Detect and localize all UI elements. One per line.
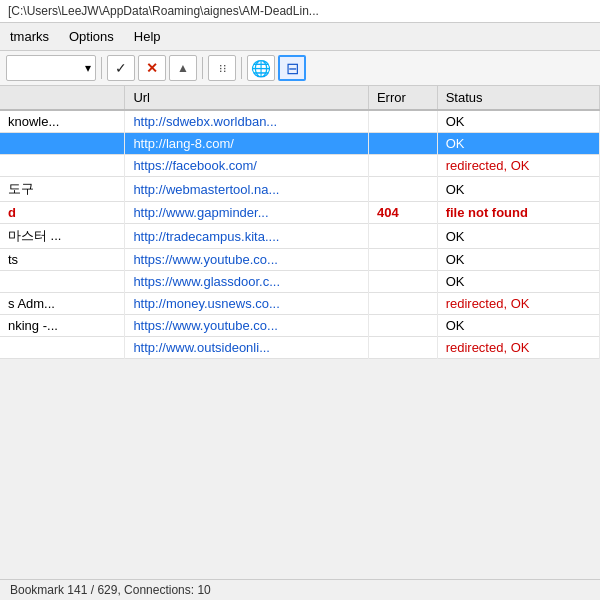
globe-icon: 🌐 [251, 59, 271, 78]
globe-button[interactable]: 🌐 [247, 55, 275, 81]
table-body: knowle... http://sdwebx.worldban... OK h… [0, 110, 600, 359]
menu-options[interactable]: Options [59, 26, 124, 47]
table-row[interactable]: knowle... http://sdwebx.worldban... OK [0, 110, 600, 133]
toolbar-separator-1 [101, 57, 102, 79]
cell-status: OK [437, 271, 599, 293]
title-bar: [C:\Users\LeeJW\AppData\Roaming\aignes\A… [0, 0, 600, 23]
cell-status: file not found [437, 202, 599, 224]
table-header-row: Url Error Status [0, 86, 600, 110]
table-row[interactable]: http://www.outsideonli... redirected, OK [0, 337, 600, 359]
check-button[interactable]: ✓ [107, 55, 135, 81]
cell-error [368, 155, 437, 177]
cell-url: http://webmastertool.na... [125, 177, 369, 202]
check-icon: ✓ [115, 60, 127, 76]
cell-status: redirected, OK [437, 293, 599, 315]
x-icon: ✕ [146, 60, 158, 76]
cell-error [368, 249, 437, 271]
cell-error [368, 293, 437, 315]
col-header-name [0, 86, 125, 110]
title-text: [C:\Users\LeeJW\AppData\Roaming\aignes\A… [8, 4, 319, 18]
cell-name [0, 337, 125, 359]
col-header-error: Error [368, 86, 437, 110]
table-row[interactable]: 마스터 ... http://tradecampus.kita.... OK [0, 224, 600, 249]
toolbar-separator-2 [202, 57, 203, 79]
cell-url: http://money.usnews.co... [125, 293, 369, 315]
cell-error [368, 337, 437, 359]
grid-icon: ⊟ [286, 59, 299, 78]
cell-status: OK [437, 224, 599, 249]
menu-help[interactable]: Help [124, 26, 171, 47]
cell-status: OK [437, 177, 599, 202]
cell-name: knowle... [0, 110, 125, 133]
cell-status: OK [437, 315, 599, 337]
cell-name [0, 133, 125, 155]
cell-url: http://www.outsideonli... [125, 337, 369, 359]
toolbar: ▾ ✓ ✕ ▲ ⫶⫶ 🌐 ⊟ [0, 51, 600, 86]
cell-name [0, 271, 125, 293]
cell-status: redirected, OK [437, 337, 599, 359]
chevron-down-icon: ▾ [85, 61, 91, 75]
menu-bookmarks[interactable]: tmarks [0, 26, 59, 47]
cell-name: 도구 [0, 177, 125, 202]
cell-name: nking -... [0, 315, 125, 337]
cell-url: https://www.youtube.co... [125, 315, 369, 337]
cell-name: 마스터 ... [0, 224, 125, 249]
cell-error [368, 224, 437, 249]
cell-url: https://www.glassdoor.c... [125, 271, 369, 293]
cell-error: 404 [368, 202, 437, 224]
bookmarks-table: Url Error Status knowle... http://sdwebx… [0, 86, 600, 359]
cancel-button[interactable]: ✕ [138, 55, 166, 81]
grid-button[interactable]: ⊟ [278, 55, 306, 81]
table-row[interactable]: 도구 http://webmastertool.na... OK [0, 177, 600, 202]
toolbar-dropdown[interactable]: ▾ [6, 55, 96, 81]
status-text: Bookmark 141 / 629, Connections: 10 [10, 583, 211, 597]
table-row[interactable]: d http://www.gapminder... 404 file not f… [0, 202, 600, 224]
bars-button[interactable]: ⫶⫶ [208, 55, 236, 81]
cell-url: http://lang-8.com/ [125, 133, 369, 155]
cell-error [368, 133, 437, 155]
toolbar-separator-3 [241, 57, 242, 79]
cell-error [368, 315, 437, 337]
bars-icon: ⫶⫶ [218, 62, 226, 74]
cell-error [368, 271, 437, 293]
cell-url: http://www.gapminder... [125, 202, 369, 224]
table-row[interactable]: nking -... https://www.youtube.co... OK [0, 315, 600, 337]
status-bar: Bookmark 141 / 629, Connections: 10 [0, 579, 600, 600]
cell-name: ts [0, 249, 125, 271]
cell-status: OK [437, 110, 599, 133]
app-window: [C:\Users\LeeJW\AppData\Roaming\aignes\A… [0, 0, 600, 600]
table-row[interactable]: https://facebook.com/ redirected, OK [0, 155, 600, 177]
cell-status: redirected, OK [437, 155, 599, 177]
cell-url: https://www.youtube.co... [125, 249, 369, 271]
cell-name [0, 155, 125, 177]
menu-bar: tmarks Options Help [0, 23, 600, 51]
cell-name: s Adm... [0, 293, 125, 315]
cell-error [368, 110, 437, 133]
col-header-url: Url [125, 86, 369, 110]
up-button[interactable]: ▲ [169, 55, 197, 81]
cell-url: http://tradecampus.kita.... [125, 224, 369, 249]
cell-status: OK [437, 249, 599, 271]
cell-url: https://facebook.com/ [125, 155, 369, 177]
cell-error [368, 177, 437, 202]
col-header-status: Status [437, 86, 599, 110]
table-row[interactable]: s Adm... http://money.usnews.co... redir… [0, 293, 600, 315]
table-row[interactable]: http://lang-8.com/ OK [0, 133, 600, 155]
content-area: Url Error Status knowle... http://sdwebx… [0, 86, 600, 579]
cell-url: http://sdwebx.worldban... [125, 110, 369, 133]
cell-name: d [0, 202, 125, 224]
table-row[interactable]: https://www.glassdoor.c... OK [0, 271, 600, 293]
table-container[interactable]: Url Error Status knowle... http://sdwebx… [0, 86, 600, 359]
up-arrow-icon: ▲ [177, 61, 189, 75]
table-row[interactable]: ts https://www.youtube.co... OK [0, 249, 600, 271]
cell-status: OK [437, 133, 599, 155]
